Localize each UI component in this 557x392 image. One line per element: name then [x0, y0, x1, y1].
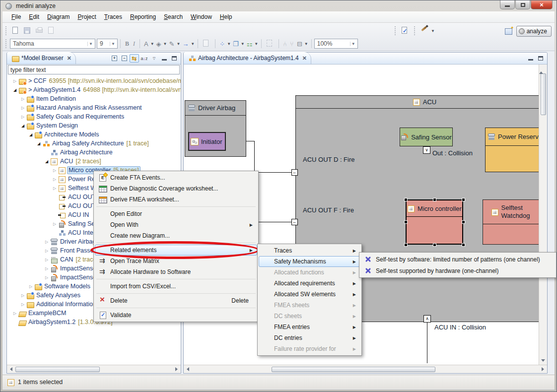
- twistie-collapsed-icon[interactable]: ▷: [44, 258, 50, 262]
- twistie-collapsed-icon[interactable]: ▷: [44, 249, 50, 253]
- menu-item-fmea-entries[interactable]: FMEA entries▶: [259, 322, 360, 332]
- tree-item-item-definition[interactable]: ▷Item Definition: [7, 94, 181, 103]
- menu-reporting[interactable]: Reporting: [126, 12, 160, 22]
- minimize-view-button[interactable]: [159, 54, 169, 63]
- twistie-collapsed-icon[interactable]: ▷: [12, 311, 18, 316]
- tree-item-acu[interactable]: ◢ACU[2 traces]: [7, 157, 181, 166]
- menu-help[interactable]: Help: [216, 12, 236, 22]
- power-reserve-block[interactable]: Power Reserve: [485, 128, 539, 172]
- sort-button[interactable]: a↓z: [139, 54, 149, 63]
- link-with-editor-button[interactable]: ⇆: [130, 54, 139, 63]
- menu-item-safety-mechanisms[interactable]: Safety Mechanisms▶: [259, 256, 360, 267]
- arrange-button[interactable]: ⚏: [245, 40, 254, 48]
- split-button[interactable]: ⑂: [288, 40, 295, 48]
- twistie-collapsed-icon[interactable]: ▷: [44, 240, 50, 244]
- initiator-block[interactable]: Initiator: [188, 132, 226, 151]
- model-browser-hscrollbar[interactable]: [7, 365, 181, 373]
- connector-line[interactable]: [254, 172, 292, 173]
- menu-edit[interactable]: Edit: [25, 12, 43, 22]
- acu-out-d-port[interactable]: ←: [291, 169, 298, 176]
- connector-line[interactable]: [254, 141, 255, 173]
- tree-item-safety-goals-and-requirements[interactable]: ▷Safety Goals and Requirements: [7, 112, 181, 121]
- maximize-view-button[interactable]: [169, 54, 179, 63]
- twistie-expanded-icon[interactable]: ◢: [20, 124, 26, 128]
- new-file-button[interactable]: [11, 26, 21, 35]
- diagram-hscrollbar[interactable]: [184, 365, 547, 373]
- safing-sensor-block[interactable]: Safing Sensor: [400, 128, 453, 146]
- menu-item-allocated-requirements[interactable]: Allocated requirements▶: [259, 278, 360, 289]
- group-button[interactable]: [265, 39, 275, 48]
- safing-out-port[interactable]: ∨: [423, 146, 430, 154]
- menu-item-traces[interactable]: Traces▶: [259, 245, 360, 256]
- twistie-collapsed-icon[interactable]: ▷: [20, 97, 26, 101]
- font-size-combo[interactable]: 9▼: [97, 39, 118, 49]
- menu-item-allocate-hardware-to-software[interactable]: Allocate Hardware to Software: [95, 266, 257, 277]
- zoom-combo[interactable]: 100%▼: [314, 39, 358, 49]
- twistie-collapsed-icon[interactable]: ▷: [12, 79, 18, 83]
- tree-item-airbag-safety-architecture[interactable]: ◢Airbag Safety Architecture[1 trace]: [7, 139, 181, 148]
- twistie-collapsed-icon[interactable]: ▷: [44, 266, 50, 271]
- maximize-view-button[interactable]: [536, 54, 545, 63]
- close-button[interactable]: ×: [531, 0, 553, 9]
- menu-item-delete[interactable]: DeleteDelete: [95, 295, 257, 306]
- merge-button[interactable]: ⑃: [281, 40, 288, 48]
- micro-controller-block[interactable]: Micro controller: [406, 199, 463, 245]
- twistie-collapsed-icon[interactable]: ▷: [20, 293, 26, 298]
- tree-item-hazard-analysis-and-risk-assessment[interactable]: ▷Hazard Analysis and Risk Assessment: [7, 103, 181, 112]
- acu-out-f-port[interactable]: ←: [291, 219, 298, 225]
- menu-item-derive-fmea-worksheet[interactable]: Derive FMEA worksheet...: [95, 194, 257, 205]
- menu-item-dc-entries[interactable]: DC entries▶: [259, 332, 360, 343]
- selection-handle[interactable]: [404, 220, 408, 224]
- tree-item-system-design[interactable]: ◢System Design: [7, 121, 181, 130]
- open-perspective-button[interactable]: [504, 27, 513, 35]
- selection-handle[interactable]: [462, 198, 465, 201]
- twistie-collapsed-icon[interactable]: ▷: [52, 177, 58, 182]
- selection-handle[interactable]: [433, 243, 436, 247]
- menu-file[interactable]: File: [7, 12, 25, 22]
- expand-all-button[interactable]: +: [110, 54, 119, 63]
- view-menu-button[interactable]: ▽: [149, 54, 159, 63]
- tree-item-airbag-architecture[interactable]: Airbag Architecture: [7, 148, 181, 157]
- validate-button[interactable]: [400, 26, 410, 35]
- selection-handle[interactable]: [462, 220, 465, 224]
- twistie-collapsed-icon[interactable]: ▷: [52, 168, 58, 173]
- font-family-combo[interactable]: Tahoma▼: [10, 39, 95, 49]
- minimize-button[interactable]: [500, 0, 515, 9]
- twistie-expanded-icon[interactable]: ◢: [36, 141, 42, 146]
- report-button[interactable]: [47, 26, 57, 35]
- italic-button[interactable]: I: [131, 40, 137, 48]
- format-brush-dropdown[interactable]: ▼: [431, 29, 435, 33]
- twistie-collapsed-icon[interactable]: ▷: [20, 302, 26, 307]
- selftest-watchdog-block[interactable]: Selftest Watchdog: [483, 199, 539, 245]
- menu-project[interactable]: Project: [73, 12, 100, 22]
- twistie-collapsed-icon[interactable]: ▷: [20, 115, 26, 119]
- collapse-all-button[interactable]: −: [120, 54, 129, 63]
- menu-item-self-test-supported-by-hardware-one-channel[interactable]: Self-test supported by hardware (one-cha…: [360, 265, 555, 276]
- menu-item-allocated-functions[interactable]: Allocated functions▶: [259, 267, 360, 278]
- menu-item-failure-rate-provider-for[interactable]: Failure rate provider for▶: [259, 343, 360, 354]
- apply-appearance-button[interactable]: [202, 39, 211, 48]
- selection-handle[interactable]: [433, 198, 436, 201]
- twistie-expanded-icon[interactable]: ◢: [28, 132, 34, 137]
- connector-style-button[interactable]: →: [181, 40, 190, 48]
- font-color-button[interactable]: A: [142, 40, 150, 48]
- perspective-analyze-button[interactable]: analyze: [516, 26, 552, 37]
- acu-in-port[interactable]: ∧: [423, 315, 431, 323]
- menu-item-related-elements[interactable]: Related elements▶: [95, 245, 257, 256]
- menu-item-allocated-sw-elements[interactable]: Allocated SW elements▶: [259, 289, 360, 300]
- close-icon[interactable]: ✕: [302, 55, 307, 62]
- twistie-collapsed-icon[interactable]: ▷: [52, 222, 58, 226]
- menu-item-import-from-csv-excel[interactable]: Import from CSV/Excel...: [95, 281, 257, 292]
- line-color-button[interactable]: ✎: [168, 40, 176, 48]
- menu-item-dc-sheets[interactable]: DC sheets▶: [259, 311, 360, 322]
- menu-traces[interactable]: Traces: [100, 12, 126, 22]
- twistie-expanded-icon[interactable]: ◢: [12, 88, 18, 92]
- tree-item--airbagsystem1-4[interactable]: ◢> AirbagSystem1.464988 [http://svn.ikv-…: [7, 85, 181, 94]
- twistie-collapsed-icon[interactable]: ▷: [52, 186, 58, 191]
- minimize-view-button[interactable]: [526, 54, 535, 63]
- twistie-expanded-icon[interactable]: ◢: [44, 159, 50, 164]
- view-grid-button[interactable]: ⊟: [295, 40, 304, 48]
- twistie-collapsed-icon[interactable]: ▷: [20, 106, 26, 110]
- selection-handle[interactable]: [404, 243, 408, 247]
- tab-model-browser[interactable]: *Model Browser ✕: [7, 52, 76, 64]
